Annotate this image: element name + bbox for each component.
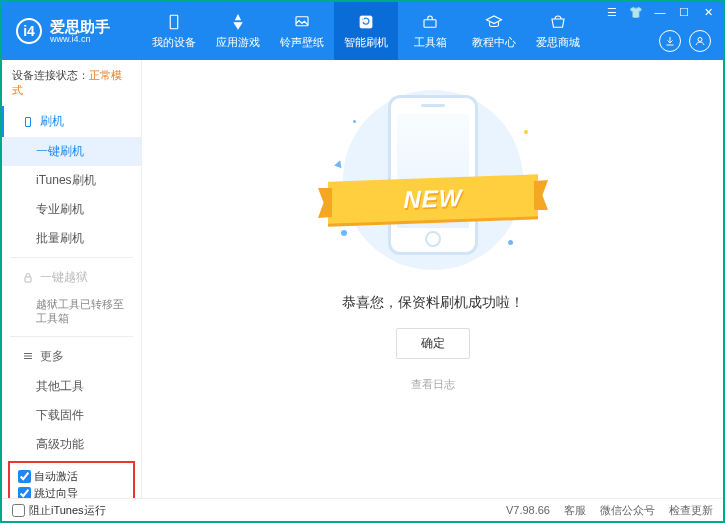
sidebar-item-advanced[interactable]: 高级功能 — [2, 430, 141, 459]
update-link[interactable]: 检查更新 — [669, 503, 713, 518]
sidebar-item-itunes[interactable]: iTunes刷机 — [2, 166, 141, 195]
ok-button[interactable]: 确定 — [396, 328, 470, 359]
tab-store[interactable]: 爱思商城 — [526, 2, 590, 60]
tab-label: 智能刷机 — [344, 35, 388, 50]
checkbox-auto-activate[interactable]: 自动激活 — [18, 469, 78, 484]
svg-rect-5 — [26, 117, 31, 126]
device-icon — [165, 13, 183, 31]
sidebar-item-pro[interactable]: 专业刷机 — [2, 195, 141, 224]
user-button[interactable] — [689, 30, 711, 52]
wallpaper-icon — [293, 13, 311, 31]
logo-icon: i4 — [16, 18, 42, 44]
skin-button[interactable]: 👕 — [625, 4, 647, 20]
tab-tutorial[interactable]: 教程中心 — [462, 2, 526, 60]
apps-icon — [229, 13, 247, 31]
phone-icon — [22, 116, 34, 128]
tab-label: 爱思商城 — [536, 35, 580, 50]
tab-ringtone[interactable]: 铃声壁纸 — [270, 2, 334, 60]
header: i4 爱思助手 www.i4.cn 我的设备 应用游戏 铃声壁纸 智能刷机 工具… — [2, 2, 723, 60]
app-url: www.i4.cn — [50, 34, 110, 44]
sidebar-item-batch[interactable]: 批量刷机 — [2, 224, 141, 253]
menu-button[interactable]: ☰ — [601, 4, 623, 20]
checkbox-block-itunes[interactable]: 阻止iTunes运行 — [12, 503, 106, 518]
logo[interactable]: i4 爱思助手 www.i4.cn — [2, 18, 142, 44]
tab-label: 铃声壁纸 — [280, 35, 324, 50]
svg-rect-0 — [170, 15, 178, 29]
wechat-link[interactable]: 微信公众号 — [600, 503, 655, 518]
view-log-link[interactable]: 查看日志 — [411, 377, 455, 392]
tab-apps[interactable]: 应用游戏 — [206, 2, 270, 60]
graduation-icon — [485, 13, 503, 31]
section-jailbreak[interactable]: 一键越狱 — [2, 262, 141, 293]
sidebar-item-other[interactable]: 其他工具 — [2, 372, 141, 401]
jailbreak-note: 越狱工具已转移至工具箱 — [2, 293, 141, 332]
tab-label: 我的设备 — [152, 35, 196, 50]
tab-flash[interactable]: 智能刷机 — [334, 2, 398, 60]
store-icon — [549, 13, 567, 31]
tab-device[interactable]: 我的设备 — [142, 2, 206, 60]
menu-icon — [22, 350, 34, 362]
window-controls: ☰ 👕 — ☐ ✕ — [601, 4, 719, 20]
svg-rect-6 — [25, 277, 31, 282]
sidebar-item-download[interactable]: 下载固件 — [2, 401, 141, 430]
minimize-button[interactable]: — — [649, 4, 671, 20]
sidebar: 设备连接状态：正常模式 刷机 一键刷机 iTunes刷机 专业刷机 批量刷机 一… — [2, 60, 142, 500]
main-tabs: 我的设备 应用游戏 铃声壁纸 智能刷机 工具箱 教程中心 爱思商城 — [142, 2, 590, 60]
tab-toolbox[interactable]: 工具箱 — [398, 2, 462, 60]
success-message: 恭喜您，保资料刷机成功啦！ — [342, 294, 524, 312]
sidebar-item-oneclick[interactable]: 一键刷机 — [2, 137, 141, 166]
close-button[interactable]: ✕ — [697, 4, 719, 20]
ribbon: NEW — [328, 174, 538, 223]
svg-point-4 — [698, 38, 702, 42]
section-more[interactable]: 更多 — [2, 341, 141, 372]
footer: 阻止iTunes运行 V7.98.66 客服 微信公众号 检查更新 — [2, 498, 723, 521]
maximize-button[interactable]: ☐ — [673, 4, 695, 20]
connection-status: 设备连接状态：正常模式 — [2, 60, 141, 106]
toolbox-icon — [421, 13, 439, 31]
refresh-icon — [357, 13, 375, 31]
lock-icon — [22, 272, 34, 284]
service-link[interactable]: 客服 — [564, 503, 586, 518]
app-name: 爱思助手 — [50, 19, 110, 34]
tab-label: 工具箱 — [414, 35, 447, 50]
illustration: NEW — [323, 90, 543, 270]
phone-icon — [388, 95, 478, 255]
main-content: NEW 恭喜您，保资料刷机成功啦！ 确定 查看日志 — [142, 60, 723, 500]
download-button[interactable] — [659, 30, 681, 52]
section-flash[interactable]: 刷机 — [2, 106, 141, 137]
svg-rect-3 — [424, 19, 436, 27]
tab-label: 教程中心 — [472, 35, 516, 50]
version: V7.98.66 — [506, 504, 550, 516]
tab-label: 应用游戏 — [216, 35, 260, 50]
